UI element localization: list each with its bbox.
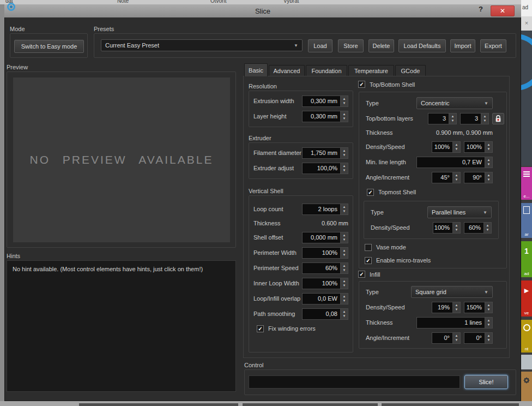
tbs-layers-spinbox-2[interactable]: 3 ▲▼ — [460, 113, 489, 124]
spin-down-icon[interactable]: ▼ — [343, 284, 346, 287]
spin-down-icon[interactable]: ▼ — [487, 178, 491, 181]
spin-down-icon[interactable]: ▼ — [343, 169, 346, 172]
loop-infill-overlap-spinbox[interactable]: 0,0 EW ▲▼ — [302, 293, 348, 304]
loop-count-spinbox[interactable]: 2 loops ▲▼ — [302, 204, 348, 215]
spin-up-icon[interactable]: ▲ — [483, 115, 487, 118]
spinner-buttons[interactable]: ▲▼ — [485, 157, 493, 168]
spin-down-icon[interactable]: ▼ — [487, 308, 491, 311]
tbs-density-spinbox[interactable]: 100% ▲▼ — [432, 141, 461, 153]
spin-down-icon[interactable]: ▼ — [455, 338, 458, 342]
help-button[interactable]: ? — [479, 5, 483, 13]
infill-checkbox[interactable]: ✓ — [358, 271, 365, 278]
spinner-buttons[interactable]: ▲▼ — [340, 278, 348, 289]
spinner-buttons[interactable]: ▲▼ — [340, 247, 348, 259]
enable-micro-travels-checkbox[interactable]: ✓ — [365, 257, 372, 264]
spin-up-icon[interactable]: ▲ — [343, 249, 346, 252]
topmost-density-spinbox[interactable]: 100% ▲▼ — [433, 222, 461, 234]
min-line-length-spinbox[interactable]: 0,7 EW ▲▼ — [416, 157, 493, 168]
spin-up-icon[interactable]: ▲ — [343, 149, 346, 152]
spinner-buttons[interactable]: ▲▼ — [485, 302, 493, 313]
top-bottom-shell-toggle[interactable]: ✓ Top/Bottom Shell — [358, 81, 415, 88]
spinner-buttons[interactable]: ▲▼ — [485, 332, 493, 344]
spin-down-icon[interactable]: ▼ — [455, 178, 458, 181]
spinner-buttons[interactable]: ▲▼ — [340, 262, 348, 274]
shell-offset-spinbox[interactable]: 0,000 mm ▲▼ — [302, 232, 348, 243]
spin-up-icon[interactable]: ▲ — [455, 303, 458, 307]
tab-gcode[interactable]: GCode — [395, 65, 426, 76]
tab-temperature[interactable]: Temperature — [348, 65, 394, 76]
enable-micro-travels-toggle[interactable]: ✓ Enable micro-travels — [359, 254, 506, 267]
extrusion-width-spinbox[interactable]: 0,300 mm ▲▼ — [302, 95, 348, 107]
tab-advanced[interactable]: Advanced — [269, 65, 305, 76]
spin-down-icon[interactable]: ▼ — [487, 147, 491, 151]
tbs-increment-spinbox[interactable]: 90° ▲▼ — [464, 172, 493, 183]
spinner-buttons[interactable]: ▲▼ — [340, 308, 348, 320]
slice-button[interactable]: Slice! — [464, 375, 508, 389]
spinner-buttons[interactable]: ▲▼ — [485, 172, 493, 183]
spinner-buttons[interactable]: ▲▼ — [481, 113, 489, 124]
spin-up-icon[interactable]: ▲ — [455, 143, 458, 146]
spin-up-icon[interactable]: ▲ — [455, 224, 458, 227]
spin-down-icon[interactable]: ▼ — [487, 338, 491, 342]
inner-loop-width-spinbox[interactable]: 100% ▲▼ — [302, 278, 348, 289]
spinner-buttons[interactable]: ▲▼ — [485, 317, 493, 329]
load-button[interactable]: Load — [308, 39, 332, 52]
spinner-buttons[interactable]: ▲▼ — [340, 95, 348, 107]
perimeter-speed-spinbox[interactable]: 60% ▲▼ — [302, 262, 348, 274]
spin-up-icon[interactable]: ▲ — [343, 97, 346, 100]
store-button[interactable]: Store — [338, 39, 364, 52]
switch-easy-mode-button[interactable]: Switch to Easy mode — [14, 40, 84, 53]
topmost-speed-spinbox[interactable]: 60% ▲▼ — [464, 222, 492, 234]
spinner-buttons[interactable]: ▲▼ — [452, 332, 461, 344]
topmost-shell-checkbox[interactable]: ✓ — [367, 189, 374, 196]
spinner-buttons[interactable]: ▲▼ — [340, 232, 348, 243]
spin-down-icon[interactable]: ▼ — [343, 210, 346, 213]
spin-down-icon[interactable]: ▼ — [455, 147, 458, 151]
spin-up-icon[interactable]: ▲ — [487, 158, 491, 162]
lock-layers-button[interactable] — [492, 113, 504, 124]
spinner-buttons[interactable]: ▲▼ — [340, 163, 348, 174]
tab-foundation[interactable]: Foundation — [306, 65, 347, 76]
spin-up-icon[interactable]: ▲ — [343, 264, 346, 267]
tbs-speed-spinbox[interactable]: 100% ▲▼ — [464, 141, 493, 153]
export-button[interactable]: Export — [480, 39, 506, 52]
spinner-buttons[interactable]: ▲▼ — [449, 113, 457, 124]
spin-down-icon[interactable]: ▼ — [343, 299, 346, 302]
import-button[interactable]: Import — [450, 39, 475, 52]
spinner-buttons[interactable]: ▲▼ — [483, 222, 492, 234]
infill-angle-spinbox[interactable]: 0° ▲▼ — [432, 332, 461, 344]
spin-down-icon[interactable]: ▼ — [487, 163, 491, 166]
spin-up-icon[interactable]: ▲ — [343, 112, 346, 116]
infill-increment-spinbox[interactable]: 0° ▲▼ — [464, 332, 493, 344]
spin-down-icon[interactable]: ▼ — [343, 268, 346, 272]
spin-up-icon[interactable]: ▲ — [343, 310, 346, 313]
spinner-buttons[interactable]: ▲▼ — [340, 147, 348, 159]
tab-basic[interactable]: Basic — [244, 63, 268, 76]
spin-up-icon[interactable]: ▲ — [487, 303, 491, 307]
spin-down-icon[interactable]: ▼ — [343, 238, 346, 241]
tbs-layers-spinbox-1[interactable]: 3 ▲▼ — [428, 113, 457, 124]
infill-speed-spinbox[interactable]: 150% ▲▼ — [464, 302, 493, 313]
spin-down-icon[interactable]: ▼ — [343, 253, 346, 256]
close-button[interactable]: ✕ — [491, 5, 515, 16]
extruder-adjust-spinbox[interactable]: 100,0% ▲▼ — [302, 163, 348, 174]
spinner-buttons[interactable]: ▲▼ — [485, 141, 493, 153]
infill-density-spinbox[interactable]: 19% ▲▼ — [432, 302, 461, 313]
topmost-shell-toggle[interactable]: ✓ Topmost Shell — [359, 185, 506, 199]
infill-toggle[interactable]: ✓ Infill — [358, 271, 380, 278]
infill-thickness-spinbox[interactable]: 1 lines ▲▼ — [416, 317, 493, 329]
spinner-buttons[interactable]: ▲▼ — [340, 111, 348, 122]
spin-down-icon[interactable]: ▼ — [343, 101, 346, 105]
title-bar[interactable]: Slice — [4, 4, 521, 17]
spinner-buttons[interactable]: ▲▼ — [452, 172, 461, 183]
delete-button[interactable]: Delete — [368, 39, 394, 52]
spin-up-icon[interactable]: ▲ — [455, 174, 458, 177]
spin-down-icon[interactable]: ▼ — [455, 228, 458, 231]
spin-up-icon[interactable]: ▲ — [487, 334, 491, 337]
spin-up-icon[interactable]: ▲ — [451, 115, 455, 118]
spinner-buttons[interactable]: ▲▼ — [452, 222, 461, 234]
spin-up-icon[interactable]: ▲ — [343, 279, 346, 283]
vase-mode-checkbox[interactable] — [365, 244, 372, 251]
infill-type-dropdown[interactable]: Square grid ▼ — [411, 286, 493, 298]
spin-up-icon[interactable]: ▲ — [455, 334, 458, 337]
